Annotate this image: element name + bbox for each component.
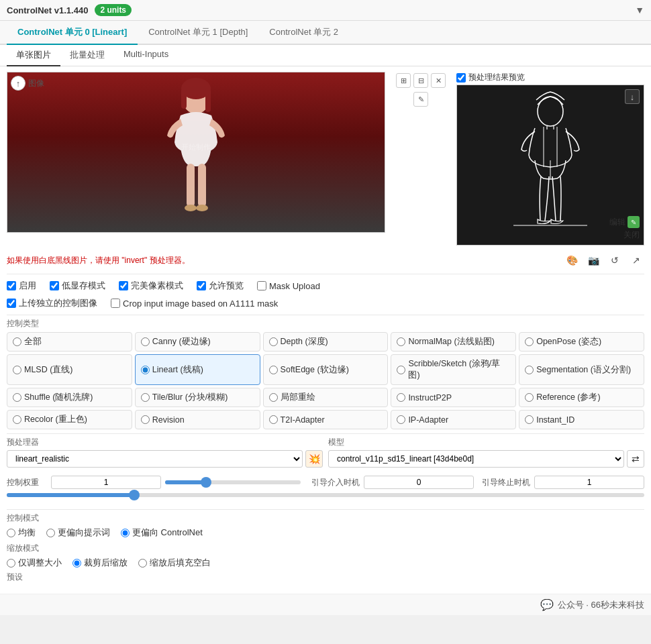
guidance-start-input[interactable] xyxy=(364,476,474,489)
svg-rect-5 xyxy=(198,164,206,207)
preprocessor-select[interactable]: lineart_realistic xyxy=(7,450,303,468)
guidance-end-label: 引导终止时机 xyxy=(482,477,530,488)
edit-icon: ✎ xyxy=(628,216,640,228)
upload-icon[interactable]: ↑ xyxy=(11,76,26,91)
preprocessor-field: 预处理器 lineart_realistic 💥 xyxy=(7,437,323,468)
resize-crop-resize[interactable]: 裁剪后缩放 xyxy=(72,557,128,569)
guidance-end-input[interactable] xyxy=(534,476,644,489)
mode-controlnet[interactable]: 更偏向 ControlNet xyxy=(121,527,203,539)
preview-checkbox[interactable] xyxy=(456,73,466,83)
ctrl-softedge[interactable]: SoftEdge (软边缘) xyxy=(263,354,389,385)
edit-pencil-btn[interactable]: ✎ xyxy=(413,92,428,107)
input-image-placeholder[interactable]: 开始制作 xyxy=(7,72,385,233)
svg-point-6 xyxy=(185,205,197,211)
tab-controlnet-0[interactable]: ControlNet 单元 0 [Lineart] xyxy=(7,21,138,45)
footer: 💬 公众号 · 66秒未来科技 xyxy=(0,594,651,615)
ctrl-segmentation[interactable]: Segmentation (语义分割) xyxy=(519,354,644,385)
watermark: 开始制作 xyxy=(181,142,211,152)
image-label: ↑ 图像 xyxy=(11,76,44,91)
full-slider-row xyxy=(7,493,644,501)
input-image-panel: ↑ 图像 xyxy=(7,72,385,246)
upload-independent-checkbox[interactable]: 上传独立的控制图像 xyxy=(7,297,97,309)
resize-mode-label: 缩放模式 xyxy=(7,543,644,554)
allow-preview-checkbox[interactable]: 允许预览 xyxy=(197,280,244,292)
zoom-in-btn[interactable]: ⊞ xyxy=(396,73,411,88)
image-control-buttons: ⊞ ⊟ ✕ xyxy=(396,73,446,88)
close-button[interactable]: 关闭 xyxy=(623,229,640,241)
divider-3 xyxy=(7,433,644,434)
preview-label: 预处理结果预览 xyxy=(456,72,644,83)
ctrl-normalmap[interactable]: NormalMap (法线贴图) xyxy=(391,332,516,352)
control-weight-row: 控制权重 引导介入时机 引导终止时机 xyxy=(7,474,644,493)
close-image-btn[interactable]: ✕ xyxy=(431,73,446,88)
preset-section: 预设 xyxy=(7,569,644,588)
ctrl-inpaint[interactable]: 局部重绘 xyxy=(263,388,389,407)
ctrl-ip-adapter[interactable]: IP-Adapter xyxy=(391,410,516,429)
checkbox-row-2: 上传独立的控制图像 Crop input image based on A111… xyxy=(7,294,644,312)
control-type-grid: 全部 Canny (硬边缘) Depth (深度) NormalMap (法线贴… xyxy=(7,332,644,429)
preprocessor-fire-btn[interactable]: 💥 xyxy=(305,450,323,468)
ctrl-scribble[interactable]: Scribble/Sketch (涂鸦/草图) xyxy=(391,354,516,385)
send-icon[interactable]: ↗ xyxy=(628,252,644,268)
camera-icon[interactable]: 📷 xyxy=(585,252,601,268)
model-field: 模型 control_v11p_sd15_lineart [43d4be0d] … xyxy=(328,437,644,468)
refresh-icon[interactable]: ↺ xyxy=(607,252,623,268)
tab-controlnet-1[interactable]: ControlNet 单元 1 [Depth] xyxy=(138,21,258,45)
tab-controlnet-2[interactable]: ControlNet 单元 2 xyxy=(258,21,349,45)
toolbar-icons: 🎨 📷 ↺ ↗ xyxy=(564,252,644,268)
model-select[interactable]: control_v11p_sd15_lineart [43d4be0d] xyxy=(328,450,624,468)
app-title: ControlNet v1.1.440 xyxy=(7,5,88,15)
ctrl-canny[interactable]: Canny (硬边缘) xyxy=(135,332,260,352)
control-weight-slider-container xyxy=(165,480,301,484)
edit-button[interactable]: 编辑 ✎ xyxy=(609,216,640,228)
ctrl-mlsd[interactable]: MLSD (直线) xyxy=(7,354,132,385)
svg-rect-3 xyxy=(205,89,211,112)
control-weight-slider[interactable] xyxy=(165,480,301,484)
enable-checkbox[interactable]: 启用 xyxy=(7,280,36,292)
download-btn[interactable]: ↓ xyxy=(625,89,640,104)
ctrl-shuffle[interactable]: Shuffle (随机洗牌) xyxy=(7,388,132,407)
paint-icon[interactable]: 🎨 xyxy=(564,252,580,268)
sub-tab-single[interactable]: 单张图片 xyxy=(7,45,60,66)
control-mode-label: 控制模式 xyxy=(7,513,644,524)
ctrl-openpose[interactable]: OpenPose (姿态) xyxy=(519,332,644,352)
lineart-figure-svg xyxy=(507,88,594,242)
sub-tab-batch[interactable]: 批量处理 xyxy=(60,45,114,66)
divider-4 xyxy=(7,509,644,510)
checkbox-row-1: 启用 低显存模式 完美像素模式 允许预览 Mask Upload xyxy=(7,277,644,294)
main-tab-bar: ControlNet 单元 0 [Lineart] ControlNet 单元 … xyxy=(0,21,651,45)
mask-upload-checkbox[interactable]: Mask Upload xyxy=(257,281,320,291)
info-row: 如果使用白底黑线图片，请使用 "invert" 预处理器。 🎨 📷 ↺ ↗ xyxy=(7,250,644,271)
model-refresh-btn[interactable]: ⇄ xyxy=(627,450,644,468)
ctrl-recolor[interactable]: Recolor (重上色) xyxy=(7,410,132,429)
preprocessor-model-row: 预处理器 lineart_realistic 💥 模型 control_v11p… xyxy=(7,437,644,468)
zoom-fit-btn[interactable]: ⊟ xyxy=(413,73,428,88)
pixel-perfect-checkbox[interactable]: 完美像素模式 xyxy=(119,280,183,292)
model-label: 模型 xyxy=(328,437,644,448)
ctrl-revision[interactable]: Revision xyxy=(135,410,260,429)
ctrl-t2i[interactable]: T2I-Adapter xyxy=(263,410,389,429)
sliders-area: 控制权重 引导介入时机 引导终止时机 xyxy=(7,472,644,506)
resize-just-resize[interactable]: 仅调整大小 xyxy=(7,557,62,569)
mode-prompt[interactable]: 更偏向提示词 xyxy=(46,527,110,539)
ctrl-depth[interactable]: Depth (深度) xyxy=(263,332,389,352)
ctrl-lineart[interactable]: Lineart (线稿) xyxy=(135,354,260,385)
girl-figure-svg xyxy=(152,75,240,229)
ctrl-tile[interactable]: Tile/Blur (分块/模糊) xyxy=(135,388,260,407)
combined-slider[interactable] xyxy=(7,493,644,497)
ctrl-reference[interactable]: Reference (参考) xyxy=(519,388,644,407)
control-mode-row: 均衡 更偏向提示词 更偏向 ControlNet xyxy=(7,527,644,539)
sub-tab-multi[interactable]: Multi-Inputs xyxy=(114,45,178,66)
ctrl-instructp2p[interactable]: InstructP2P xyxy=(391,388,516,407)
resize-fill-blank[interactable]: 缩放后填充空白 xyxy=(138,557,211,569)
control-weight-input[interactable] xyxy=(51,476,161,489)
low-vram-checkbox[interactable]: 低显存模式 xyxy=(50,280,105,292)
crop-a1111-checkbox[interactable]: Crop input image based on A1111 mask xyxy=(111,299,278,309)
ctrl-all[interactable]: 全部 xyxy=(7,332,132,352)
control-type-label: 控制类型 xyxy=(7,318,644,329)
guidance-start-label: 引导介入时机 xyxy=(311,477,360,488)
ctrl-instant-id[interactable]: Instant_ID xyxy=(519,410,644,429)
image-row: ↑ 图像 xyxy=(7,72,644,246)
mode-balanced[interactable]: 均衡 xyxy=(7,527,36,539)
collapse-arrow[interactable]: ▼ xyxy=(635,5,644,15)
